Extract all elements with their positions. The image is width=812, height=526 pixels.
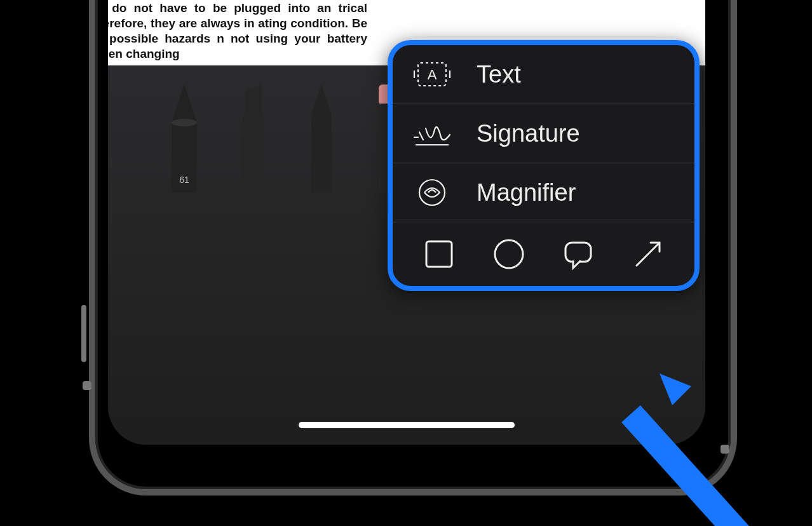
pen-size-label: 61 — [179, 175, 189, 185]
shape-circle-button[interactable] — [492, 238, 525, 271]
svg-text:A: A — [428, 67, 437, 83]
svg-point-21 — [419, 180, 445, 205]
menu-item-text[interactable]: A Text — [393, 45, 694, 104]
menu-shape-row — [393, 222, 694, 286]
phone-side-dot — [83, 381, 91, 390]
home-indicator[interactable] — [299, 422, 515, 428]
pen-tool[interactable]: 61 — [165, 84, 203, 192]
document-left-column: ric shock, fire, or serious injury. ys w… — [108, 0, 382, 65]
svg-rect-24 — [565, 243, 591, 262]
stage: ric shock, fire, or serious injury. ys w… — [0, 0, 812, 526]
svg-point-23 — [495, 240, 523, 268]
add-annotation-menu: A Text Signature Magnifier — [388, 40, 700, 291]
phone-side-button — [81, 305, 86, 362]
magnifier-icon — [412, 177, 452, 208]
doc-paragraph: ery tools do not have to be plugged into… — [108, 1, 367, 61]
pencil-tool[interactable] — [302, 84, 341, 192]
text-box-icon: A — [412, 59, 452, 90]
svg-point-0 — [172, 119, 197, 126]
shape-speech-bubble-button[interactable] — [562, 238, 595, 271]
menu-item-label: Text — [477, 61, 521, 88]
menu-item-signature[interactable]: Signature — [393, 104, 694, 163]
shape-rectangle-button[interactable] — [423, 238, 456, 271]
menu-item-label: Magnifier — [477, 179, 576, 206]
phone-side-dot — [721, 445, 729, 454]
menu-item-label: Signature — [477, 120, 580, 147]
svg-line-25 — [637, 244, 658, 266]
signature-icon — [412, 118, 452, 149]
marker-tool[interactable] — [234, 84, 272, 192]
shape-arrow-button[interactable] — [632, 238, 665, 271]
svg-rect-22 — [426, 241, 452, 267]
menu-item-magnifier[interactable]: Magnifier — [393, 163, 694, 222]
